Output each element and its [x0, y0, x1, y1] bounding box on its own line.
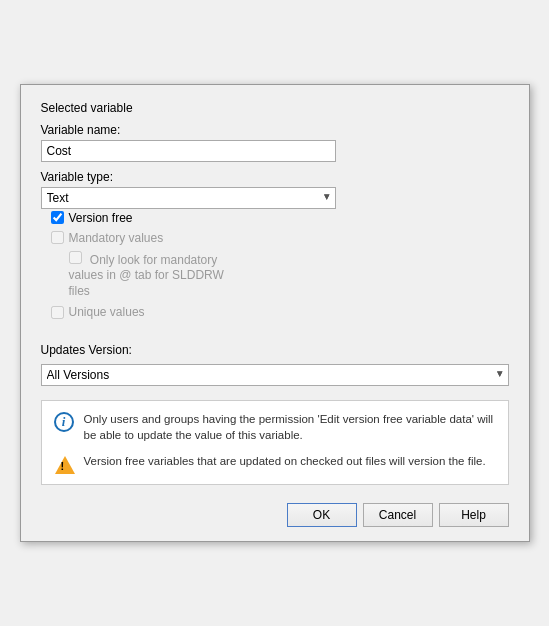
version-free-row: Version free: [51, 211, 246, 225]
variable-type-select[interactable]: Text Number Date Boolean: [41, 187, 336, 209]
updates-version-select[interactable]: All Versions Current Version No Version: [41, 364, 509, 386]
selected-variable-dialog: Selected variable Variable name: Variabl…: [20, 84, 530, 543]
mandatory-values-row: Mandatory values: [51, 231, 246, 245]
only-mandatory-row: Only look for mandatory values in @ tab …: [69, 251, 246, 300]
unique-values-label: Unique values: [69, 305, 145, 319]
mandatory-values-label: Mandatory values: [69, 231, 164, 245]
ok-button[interactable]: OK: [287, 503, 357, 527]
button-row: OK Cancel Help: [41, 503, 509, 527]
warning-message-text: Version free variables that are updated …: [84, 453, 486, 469]
only-mandatory-checkbox[interactable]: [69, 251, 82, 264]
info-box: i Only users and groups having the permi…: [41, 400, 509, 485]
cancel-button[interactable]: Cancel: [363, 503, 433, 527]
left-column: Variable name: Variable type: Text Numbe…: [41, 123, 336, 209]
right-column: Version free Mandatory values Only look …: [51, 209, 246, 326]
updates-version-select-wrapper: All Versions Current Version No Version …: [41, 364, 509, 386]
only-mandatory-text: Only look for mandatory values in @ tab …: [69, 253, 224, 298]
section-title: Selected variable: [41, 101, 509, 115]
variable-name-input[interactable]: [41, 140, 336, 162]
version-free-checkbox[interactable]: [51, 211, 64, 224]
help-button[interactable]: Help: [439, 503, 509, 527]
mandatory-values-checkbox[interactable]: [51, 231, 64, 244]
variable-name-label: Variable name:: [41, 123, 336, 137]
info-message-text: Only users and groups having the permiss…: [84, 411, 496, 443]
version-free-label: Version free: [69, 211, 133, 225]
unique-values-row: Unique values: [51, 305, 246, 319]
warning-triangle-icon: [55, 456, 75, 474]
warning-message-row: Version free variables that are updated …: [54, 453, 496, 474]
info-message-row: i Only users and groups having the permi…: [54, 411, 496, 443]
updates-section: Updates Version: All Versions Current Ve…: [41, 343, 509, 386]
updates-version-label: Updates Version:: [41, 343, 509, 357]
variable-type-label: Variable type:: [41, 170, 336, 184]
info-icon: i: [54, 412, 76, 434]
variable-type-select-wrapper: Text Number Date Boolean ▾: [41, 187, 336, 209]
info-circle-icon: i: [54, 412, 74, 432]
warning-icon-wrapper: [54, 454, 76, 474]
unique-values-checkbox[interactable]: [51, 306, 64, 319]
